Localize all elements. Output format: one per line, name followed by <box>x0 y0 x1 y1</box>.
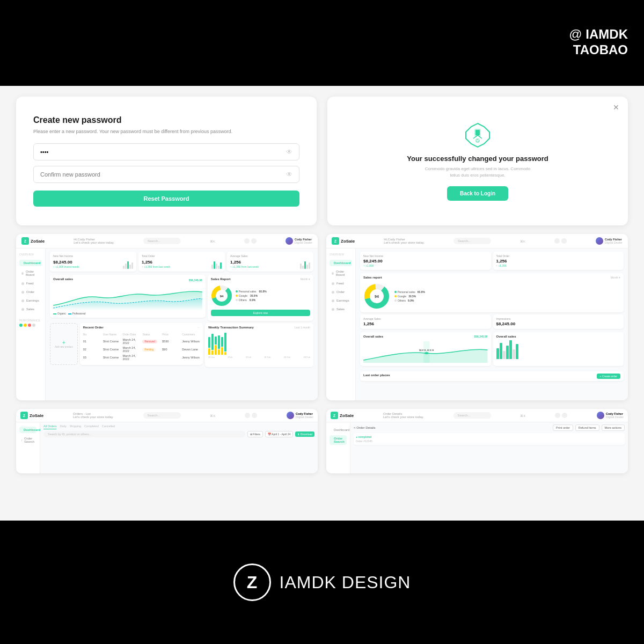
orders-sidebar-dashboard[interactable]: Dashboard <box>19 427 36 433</box>
dash2-sidebar-feed[interactable]: Feed <box>330 280 352 287</box>
details-notif[interactable] <box>555 413 560 418</box>
details-sidebar-dashboard[interactable]: Dashboard <box>330 427 347 433</box>
details-msg[interactable] <box>562 413 567 418</box>
chart-title: Overall sales <box>53 277 73 281</box>
brand-name-1: IAMDK <box>586 27 628 41</box>
tab-all-orders[interactable]: All Orders <box>43 425 56 429</box>
perf-dot-3 <box>28 324 31 327</box>
perf-dot-2 <box>24 324 27 327</box>
tab-daily[interactable]: Daily <box>60 425 66 429</box>
table-col-headers: No User Name Order Date Status Price Cus… <box>83 333 200 336</box>
print-order-button[interactable]: Print order <box>553 425 573 431</box>
orders-date-range[interactable]: 📅 April 1 - April 24 <box>265 431 293 437</box>
details-user-role: Digital Dealer <box>606 415 624 419</box>
more-actions-button[interactable]: More actions <box>602 425 625 431</box>
last-orders-row: Last order places + Create order <box>360 371 624 381</box>
sidebar-item-feed[interactable]: Feed <box>19 280 42 287</box>
main-container: Create new password Please enter a new p… <box>0 0 644 644</box>
orders-search[interactable]: Search... <box>143 412 181 419</box>
recent-orders-title: Recent Order <box>83 326 104 329</box>
details-main-content: < Order Details Print order Refund Items… <box>350 422 628 473</box>
bar-5 <box>131 262 133 269</box>
sidebar-dot-order <box>21 291 24 294</box>
brand-name-text: IAMDK DESIGN <box>280 573 411 592</box>
details-logo-icon: Z <box>331 412 338 419</box>
orders-notif[interactable] <box>245 413 250 418</box>
create-order-button[interactable]: + Create order <box>597 374 620 379</box>
orders-msg[interactable] <box>252 413 257 418</box>
dash2-sidebar-sales[interactable]: Sales <box>330 306 352 312</box>
bar-seg-yellow-4 <box>218 349 220 355</box>
stat-avg-bars <box>300 260 310 269</box>
sidebar-label-dashboard: Dashboard <box>24 261 40 265</box>
detail-card-1: ● completed Order #12345 <box>354 433 625 445</box>
password-input-wrapper[interactable]: 👁 <box>33 143 299 160</box>
dash1-search[interactable]: Search... <box>143 238 181 244</box>
sidebar-item-sales[interactable]: Sales <box>19 306 42 312</box>
bar-a3 <box>304 261 306 269</box>
dash2-sidebar-earnings[interactable]: Earnings <box>330 297 352 304</box>
perf-dot-1 <box>19 324 23 327</box>
confirm-eye-icon[interactable]: 👁 <box>286 171 292 178</box>
dash2-label-order: Order Board <box>336 270 350 276</box>
refund-items-button[interactable]: Refund Items <box>575 425 599 431</box>
col-status: Status <box>142 333 160 336</box>
success-title: Your successfully changed your password <box>407 155 548 163</box>
tab-cancelled[interactable]: Cancelled <box>102 425 115 429</box>
orders-user: Cody Fisher Digital Dealer <box>287 412 313 419</box>
details-search[interactable]: Search... <box>453 412 491 419</box>
tab-shipping[interactable]: Shipping <box>70 425 81 429</box>
d2-dot-others <box>394 299 397 302</box>
details-logo: Z ZoSale <box>331 412 354 419</box>
dash2-search[interactable]: Search... <box>453 238 491 244</box>
dash2-sidebar-order[interactable]: Order <box>330 289 352 295</box>
top-black-section <box>0 0 644 86</box>
chart-value: $56,345.98 <box>189 279 202 282</box>
orders-sidebar-ordersearch[interactable]: Order Search <box>19 435 36 445</box>
legend-item-1: Personal sales 60.8% <box>236 290 267 293</box>
dash2-label-feed: Feed <box>336 282 344 285</box>
orders-search-bar[interactable]: Search by ID, product or others... <box>43 431 245 437</box>
dash2-notif[interactable] <box>554 238 560 244</box>
dash2-sidebar-dashboard[interactable]: Dashboard <box>330 260 352 266</box>
orders-filter[interactable]: ⊞ Filters <box>247 431 263 437</box>
orders-download[interactable]: ⬇ Download <box>295 431 314 437</box>
explore-button[interactable]: Explore now <box>211 310 310 316</box>
cell-no-1: 01 <box>83 340 101 343</box>
bar-a4 <box>306 265 308 269</box>
bar-o4 <box>218 266 219 269</box>
password-input[interactable] <box>40 149 286 155</box>
msg-icon[interactable] <box>251 238 257 244</box>
tab-completed[interactable]: Completed <box>84 425 99 429</box>
orders-tab-bar: All Orders Daily Shipping Completed Canc… <box>43 425 314 429</box>
dash2-area-chart: $23,819 <box>363 341 488 363</box>
confirm-password-wrapper[interactable]: 👁 <box>33 166 299 183</box>
recent-orders-area: + Add new product Recent Order ··· <box>50 323 203 367</box>
legend-text-3: Others <box>239 298 247 302</box>
eye-icon[interactable]: 👁 <box>286 148 292 156</box>
bar-seg-yellow-1 <box>208 348 210 355</box>
sidebar-item-earnings[interactable]: Earnings <box>19 297 42 304</box>
close-button[interactable]: ✕ <box>613 103 619 112</box>
details-back-link[interactable]: < Order Details <box>354 426 376 429</box>
sidebar-item-orderboard[interactable]: Order Board <box>19 268 42 278</box>
add-product-row: + Add new product Recent Order ··· <box>50 323 203 365</box>
sidebar-item-dashboard[interactable]: Dashboard <box>19 260 42 266</box>
dash2-sidebar-orderboard[interactable]: Order Board <box>330 268 352 278</box>
weekly-bars <box>208 333 310 355</box>
bar-seg-green-5 <box>221 337 223 347</box>
details-sidebar-ordersearch[interactable]: Order Search <box>330 435 347 445</box>
sales-report-title: Sales Report <box>211 277 231 281</box>
back-to-login-button[interactable]: Back to Login <box>447 186 508 201</box>
stat-avg-change: ↑ +1,356 from last week <box>230 265 259 268</box>
sidebar-item-order[interactable]: Order <box>19 289 42 295</box>
orders-kbd: ⌘K <box>210 414 215 418</box>
notif-icon[interactable] <box>244 238 250 244</box>
dash2-msg[interactable] <box>561 238 567 244</box>
orders-avatar <box>287 412 294 419</box>
confirm-password-input[interactable] <box>40 171 286 178</box>
d2-legend-google: Google 30.5% <box>394 295 425 298</box>
add-product-card[interactable]: + Add new product <box>50 323 78 365</box>
reset-password-button[interactable]: Reset Password <box>33 191 299 207</box>
bar-o2 <box>214 261 215 269</box>
